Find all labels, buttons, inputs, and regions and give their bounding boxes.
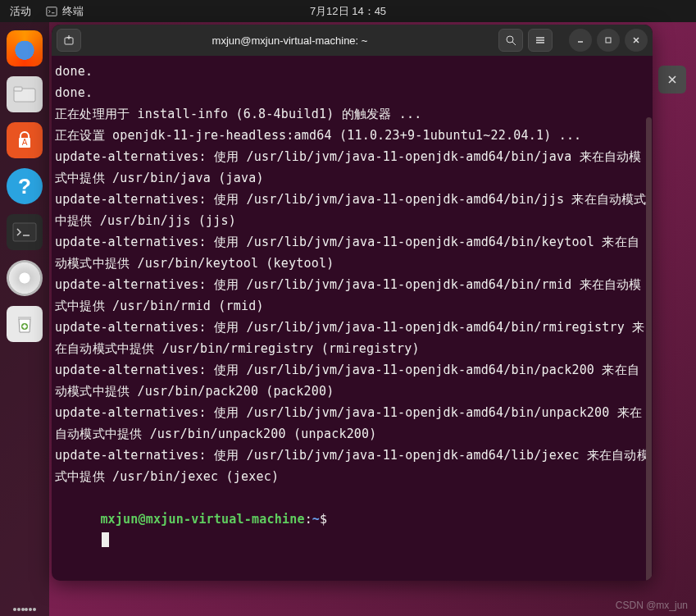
terminal-output-line: 正在处理用于 install-info (6.8-4build1) 的触发器 .…: [55, 103, 649, 125]
window-titlebar: mxjun@mxjun-virtual-machine: ~: [52, 25, 653, 56]
svg-rect-0: [47, 7, 57, 16]
current-app-menu[interactable]: 终端: [46, 4, 84, 19]
new-tab-icon: [63, 34, 75, 46]
svg-rect-10: [606, 38, 611, 43]
terminal-output-line: update-alternatives: 使用 /usr/lib/jvm/jav…: [55, 445, 649, 487]
side-panel-close-button[interactable]: [658, 66, 686, 94]
cursor: [102, 532, 109, 547]
menu-button[interactable]: [528, 29, 553, 52]
search-icon: [505, 34, 516, 46]
search-button[interactable]: [498, 29, 523, 52]
svg-rect-5: [13, 223, 36, 241]
terminal-output-line: update-alternatives: 使用 /usr/lib/jvm/jav…: [55, 274, 649, 317]
scrollbar[interactable]: [646, 117, 652, 581]
svg-point-9: [507, 36, 513, 43]
hamburger-icon: [535, 34, 546, 46]
gnome-topbar: 活动 终端 7月12日 14：45: [0, 0, 696, 22]
clock[interactable]: 7月12日 14：45: [310, 4, 386, 19]
dock: A ?: [0, 22, 49, 616]
software-icon[interactable]: A: [7, 122, 43, 158]
files-icon[interactable]: [7, 76, 43, 112]
close-icon: [667, 75, 677, 84]
current-app-label: 终端: [62, 4, 84, 19]
show-apps-icon[interactable]: [13, 608, 36, 611]
terminal-output-line: update-alternatives: 使用 /usr/lib/jvm/jav…: [55, 146, 649, 189]
prompt-user-host: mxjun@mxjun-virtual-machine: [100, 512, 304, 527]
new-tab-button[interactable]: [57, 29, 81, 52]
close-button[interactable]: [625, 29, 648, 52]
help-icon[interactable]: ?: [7, 168, 43, 204]
terminal-output-line: done.: [55, 61, 649, 82]
watermark: CSDN @mx_jun: [616, 600, 688, 611]
terminal-output-line: update-alternatives: 使用 /usr/lib/jvm/jav…: [55, 359, 649, 402]
terminal-output-line: done.: [55, 82, 649, 103]
terminal-menu-icon: [46, 6, 57, 17]
activities-button[interactable]: 活动: [10, 4, 31, 19]
terminal-icon[interactable]: [7, 214, 43, 250]
terminal-output-line: 正在设置 openjdk-11-jre-headless:amd64 (11.0…: [55, 125, 649, 146]
trash-icon[interactable]: [7, 306, 43, 342]
maximize-button[interactable]: [597, 29, 620, 52]
prompt-symbol: $: [320, 512, 327, 527]
window-title: mxjun@mxjun-virtual-machine: ~: [86, 34, 494, 47]
svg-rect-6: [18, 317, 31, 319]
svg-rect-2: [14, 87, 22, 91]
terminal-output-line: update-alternatives: 使用 /usr/lib/jvm/jav…: [55, 231, 649, 274]
disk-icon[interactable]: [7, 260, 43, 296]
terminal-output-line: update-alternatives: 使用 /usr/lib/jvm/jav…: [55, 317, 649, 359]
terminal-window: mxjun@mxjun-virtual-machine: ~ done.done…: [52, 25, 653, 581]
minimize-button[interactable]: [569, 29, 592, 52]
firefox-icon[interactable]: [7, 30, 43, 66]
close-icon: [631, 35, 641, 45]
terminal-output-line: update-alternatives: 使用 /usr/lib/jvm/jav…: [55, 189, 649, 231]
prompt-path: ~: [312, 512, 320, 527]
minimize-icon: [575, 35, 585, 45]
terminal-viewport[interactable]: done.done.正在处理用于 install-info (6.8-4buil…: [52, 56, 653, 581]
svg-text:A: A: [22, 138, 28, 147]
maximize-icon: [603, 35, 613, 45]
terminal-output-line: update-alternatives: 使用 /usr/lib/jvm/jav…: [55, 402, 649, 445]
prompt-line: mxjun@mxjun-virtual-machine:~$: [55, 487, 649, 573]
